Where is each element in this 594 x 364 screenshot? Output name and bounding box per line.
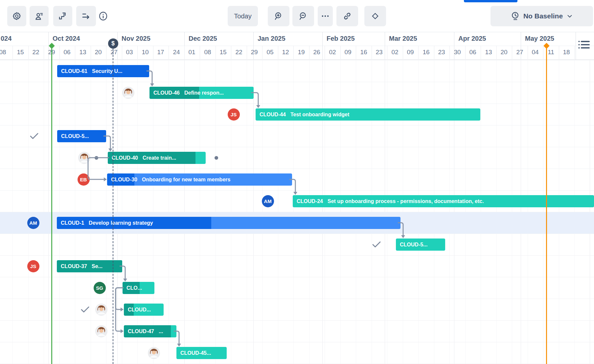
connector-line xyxy=(251,93,258,105)
connector-line xyxy=(116,288,124,309)
dependency-connectors xyxy=(0,0,594,364)
connector-arrowhead xyxy=(123,279,127,282)
connector-arrowhead xyxy=(104,177,107,181)
connector-arrowhead xyxy=(177,344,181,347)
gantt-app: Today xyxy=(0,0,594,364)
connector-arrowhead xyxy=(150,83,154,86)
connector-line xyxy=(289,179,295,192)
end-marker-line xyxy=(546,48,547,364)
connector-arrowhead xyxy=(108,148,112,151)
connector-line xyxy=(103,136,110,148)
connector-line xyxy=(174,331,179,344)
connector-arrowhead xyxy=(293,192,297,195)
connector-arrowhead xyxy=(401,235,405,238)
connector-arrowhead xyxy=(121,307,124,311)
budget-marker-line xyxy=(113,48,113,364)
budget-marker-badge[interactable]: $ xyxy=(108,38,118,49)
connector-line xyxy=(120,266,125,279)
connector-line xyxy=(88,158,109,179)
connector-line xyxy=(147,71,152,83)
connector-arrowhead xyxy=(256,105,260,108)
start-marker-line xyxy=(51,48,52,364)
connector-line xyxy=(398,223,403,235)
connector-arrowhead xyxy=(121,329,124,333)
